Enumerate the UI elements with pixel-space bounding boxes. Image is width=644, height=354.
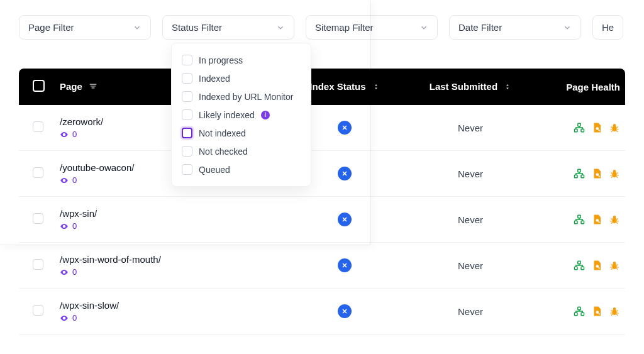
page-health-icons (550, 122, 620, 133)
select-all-checkbox[interactable] (33, 80, 45, 92)
file-search-icon[interactable] (591, 168, 602, 179)
file-search-icon[interactable] (591, 214, 602, 225)
row-checkbox[interactable] (33, 259, 43, 270)
views-count: 0 (72, 267, 77, 277)
extra-filter[interactable]: He (592, 15, 623, 40)
svg-rect-24 (578, 307, 581, 310)
checkbox[interactable] (182, 91, 192, 102)
date-filter-label: Date Filter (458, 22, 502, 33)
chevron-down-icon (563, 23, 572, 32)
not-indexed-badge (338, 167, 352, 180)
pages-table-wrap: Page Index Status Last Submitted (19, 69, 625, 335)
bug-icon[interactable] (609, 306, 620, 317)
status-option-label: Indexed (199, 74, 230, 84)
sitemap-filter[interactable]: Sitemap Filter (306, 15, 438, 40)
row-checkbox[interactable] (33, 121, 43, 132)
not-indexed-badge (338, 213, 352, 226)
views-count: 0 (72, 130, 77, 139)
views-count: 0 (72, 313, 77, 323)
svg-rect-2 (581, 129, 584, 132)
row-checkbox[interactable] (33, 167, 43, 178)
checkbox[interactable] (182, 73, 192, 84)
svg-rect-19 (575, 267, 578, 270)
status-option[interactable]: In progress (178, 51, 304, 69)
svg-rect-7 (575, 175, 578, 178)
column-last-submitted-label: Last Submitted (430, 81, 497, 92)
checkbox[interactable] (182, 109, 192, 120)
last-submitted-value: Never (458, 169, 483, 179)
bug-icon[interactable] (609, 168, 620, 179)
page-health-icons (550, 168, 620, 179)
table-row: /wpx-sin/0Never (19, 197, 625, 243)
not-indexed-badge (338, 121, 352, 135)
page-health-icons (550, 214, 620, 225)
extra-filter-label: He (602, 22, 614, 33)
page-filter[interactable]: Page Filter (19, 15, 151, 40)
status-option-label: Queued (199, 165, 230, 175)
status-option-label: In progress (199, 55, 243, 65)
svg-rect-18 (578, 261, 581, 264)
sitemap-icon[interactable] (574, 306, 585, 317)
column-last-submitted[interactable]: Last Submitted (398, 69, 543, 105)
status-option[interactable]: Queued (178, 160, 304, 179)
svg-point-21 (596, 265, 599, 268)
svg-rect-14 (581, 221, 584, 224)
eye-icon (60, 176, 69, 185)
eye-icon (60, 268, 69, 277)
table-header-row: Page Index Status Last Submitted (19, 69, 625, 105)
eye-icon (60, 222, 69, 231)
eye-icon (60, 130, 69, 139)
svg-point-3 (596, 127, 599, 130)
page-path[interactable]: /wpx-sin-slow/ (60, 300, 284, 311)
sitemap-icon[interactable] (574, 214, 585, 225)
status-option-label: Not checked (199, 147, 248, 157)
bug-icon[interactable] (609, 122, 620, 133)
table-row: /zerowork/0Never (19, 105, 625, 151)
chevron-down-icon (133, 23, 142, 32)
row-checkbox[interactable] (33, 305, 43, 316)
page-views: 0 (60, 267, 284, 277)
page-views: 0 (60, 313, 284, 323)
checkbox[interactable] (182, 55, 192, 65)
eye-icon (60, 314, 69, 323)
page-path[interactable]: /wpx-sin/ (60, 208, 284, 219)
svg-rect-6 (578, 169, 581, 172)
table-row: /youtube-owacon/0Never (19, 151, 625, 197)
status-option-label: Likely indexed (199, 110, 255, 120)
status-filter-dropdown[interactable]: In progressIndexedIndexed by URL Monitor… (171, 43, 311, 187)
svg-point-17 (613, 216, 616, 219)
checkbox[interactable] (182, 164, 192, 175)
sitemap-icon[interactable] (574, 122, 585, 133)
page-health-icons (550, 306, 620, 317)
bug-icon[interactable] (609, 214, 620, 225)
status-option[interactable]: Not checked (178, 142, 304, 160)
info-icon: i (261, 111, 270, 119)
status-filter[interactable]: Status Filter (162, 15, 294, 40)
sort-updown-icon (504, 83, 511, 92)
status-option[interactable]: Not indexed (178, 124, 304, 142)
pages-table: Page Index Status Last Submitted (19, 69, 625, 335)
svg-point-5 (613, 124, 616, 127)
svg-rect-8 (581, 175, 584, 178)
status-option[interactable]: Indexed by URL Monitor (178, 87, 304, 106)
file-search-icon[interactable] (591, 306, 602, 317)
checkbox[interactable] (182, 146, 192, 157)
bug-icon[interactable] (609, 260, 620, 271)
row-checkbox[interactable] (33, 213, 43, 224)
status-filter-label: Status Filter (172, 22, 222, 33)
status-option[interactable]: Indexed (178, 69, 304, 87)
status-option[interactable]: Likely indexedi (178, 106, 304, 124)
column-page-health-label: Page Health (566, 82, 620, 92)
sitemap-icon[interactable] (574, 168, 585, 179)
page-path[interactable]: /wpx-sin-word-of-mouth/ (60, 254, 284, 265)
file-search-icon[interactable] (591, 122, 602, 133)
svg-rect-1 (575, 129, 578, 132)
sitemap-icon[interactable] (574, 260, 585, 271)
checkbox[interactable] (182, 128, 192, 138)
date-filter[interactable]: Date Filter (449, 15, 581, 40)
page-views: 0 (60, 221, 284, 231)
file-search-icon[interactable] (591, 260, 602, 271)
last-submitted-value: Never (458, 123, 483, 133)
column-page-health[interactable]: Page Health (543, 69, 625, 105)
svg-point-23 (613, 262, 616, 265)
